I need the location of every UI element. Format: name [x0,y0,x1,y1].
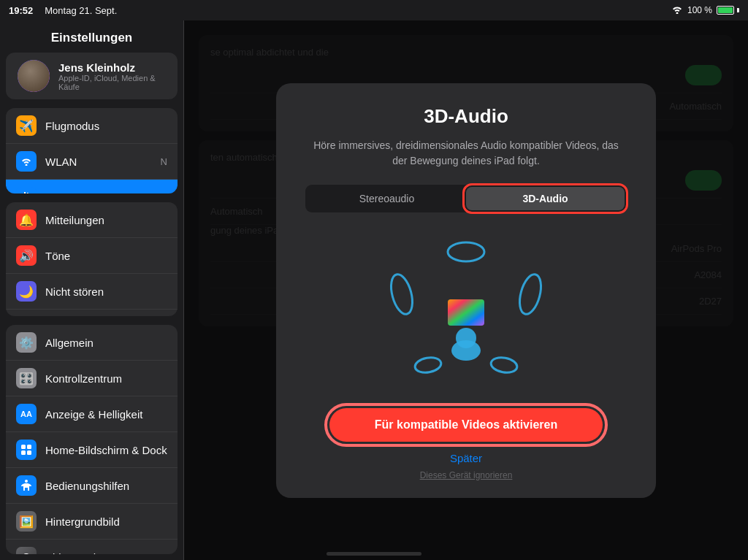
toene-icon: 🔊 [16,245,37,266]
allgemein-label: Allgemein [45,337,167,349]
status-left: 19:52 Montag 21. Sept. [9,5,117,16]
mitteilungen-label: Mitteilungen [45,214,167,226]
sidebar-item-allgemein[interactable]: ⚙️ Allgemein [6,325,178,361]
status-bar: 19:52 Montag 21. Sept. 100 % [0,0,748,20]
anzeige-label: Anzeige & Helligkeit [45,408,167,421]
modal-overlay: 3D-Audio Höre immersives, dreidimensiona… [184,20,748,560]
3d-audio-modal: 3D-Audio Höre immersives, dreidimensiona… [276,83,656,498]
nicht-stoeren-icon: 🌙 [16,281,37,302]
sidebar-item-home[interactable]: Home-Bildschirm & Dock [6,432,178,468]
svg-rect-1 [27,445,31,449]
flugmodus-icon: ✈️ [16,115,37,136]
avatar [18,60,50,92]
user-name: Jens Kleinholz [58,61,166,74]
battery-percent: 100 % [687,5,712,15]
bluetooth-icon [16,187,37,193]
wlan-value: N [161,156,167,167]
allgemein-icon: ⚙️ [16,332,37,353]
ignore-device-link[interactable]: Dieses Gerät ignorieren [420,470,513,480]
sidebar-item-wlan[interactable]: WLAN N [6,144,178,180]
3d-audio-option[interactable]: 3D-Audio [466,187,625,210]
audio-visualization [364,230,568,391]
status-date: Montag 21. Sept. [45,5,117,16]
status-right: 100 % [671,5,739,16]
hintergrundbild-icon: 🖼️ [16,511,37,532]
bedienungshilfen-label: Bedienungshilfen [45,480,167,492]
nicht-stoeren-label: Nicht stören [45,285,167,298]
bedienungshilfen-icon [16,475,37,496]
sidebar: Einstellungen Jens Kleinholz Apple-ID, i… [0,20,184,560]
sidebar-item-kontrollzentrum[interactable]: 🎛️ Kontrollzentrum [6,361,178,396]
sidebar-title: Einstellungen [0,20,183,53]
sidebar-item-toene[interactable]: 🔊 Töne [6,238,178,274]
wlan-icon [16,151,37,172]
mitteilungen-icon: 🔔 [16,210,37,230]
svg-point-5 [448,242,484,261]
home-label: Home-Bildschirm & Dock [45,444,167,456]
activate-button[interactable]: Für kompatible Videos aktivieren [329,408,603,442]
home-icon [16,440,37,460]
user-subtitle: Apple-ID, iCloud, Medien & Käufe [58,74,166,91]
svg-rect-2 [21,450,26,455]
battery-icon [717,6,739,15]
svg-point-12 [451,340,481,361]
later-link[interactable]: Später [450,452,482,464]
svg-point-9 [490,356,519,375]
sidebar-item-hintergrundbild[interactable]: 🖼️ Hintergrundbild [6,504,178,540]
audio-viz-svg [364,230,568,391]
sidebar-section-general: ⚙️ Allgemein 🎛️ Kontrollzentrum AA Anzei… [6,325,178,554]
bluetooth-label: Bluetooth [45,191,167,194]
stereoaudio-option[interactable]: Stereoaudio [308,187,466,210]
audio-mode-toggle[interactable]: Stereoaudio 3D-Audio [305,185,627,212]
sidebar-item-anzeige[interactable]: AA Anzeige & Helligkeit [6,396,178,432]
toene-label: Töne [45,250,167,262]
modal-title: 3D-Audio [424,105,508,128]
kontrollzentrum-label: Kontrollzentrum [45,372,167,385]
wifi-icon [671,5,683,16]
anzeige-icon: AA [16,404,37,424]
modal-description: Höre immersives, dreidimensionales Audio… [305,138,627,169]
svg-rect-10 [448,299,484,326]
user-profile[interactable]: Jens Kleinholz Apple-ID, iCloud, Medien … [6,53,178,99]
sidebar-item-bedienungshilfen[interactable]: Bedienungshilfen [6,468,178,504]
sidebar-item-flugmodus[interactable]: ✈️ Flugmodus [6,108,178,144]
user-info: Jens Kleinholz Apple-ID, iCloud, Medien … [58,61,166,91]
sidebar-item-nicht-stoeren[interactable]: 🌙 Nicht stören [6,274,178,310]
siri-label: Siri & Suchen [45,551,167,554]
svg-point-8 [414,356,443,375]
svg-point-4 [25,480,28,483]
svg-point-6 [387,272,416,316]
hintergrundbild-label: Hintergrundbild [45,515,167,528]
sidebar-item-siri[interactable]: S Siri & Suchen [6,540,178,554]
sidebar-item-bildschirmzeit[interactable]: ⌛ Bildschirmzeit [6,310,178,316]
flugmodus-label: Flugmodus [45,120,167,132]
svg-point-7 [516,272,545,316]
content-area: se optimal abdichtet und die Automatisch… [184,20,748,560]
wlan-label: WLAN [45,156,161,168]
siri-icon: S [16,547,37,554]
sidebar-section-connectivity: ✈️ Flugmodus WLAN N Bluetooth [6,108,178,193]
svg-rect-0 [21,445,26,449]
sidebar-item-bluetooth[interactable]: Bluetooth [6,180,178,193]
status-time: 19:52 [9,5,33,16]
sidebar-section-notifications: 🔔 Mitteilungen 🔊 Töne 🌙 Nicht stören ⌛ B… [6,202,178,316]
svg-rect-3 [27,450,31,455]
kontrollzentrum-icon: 🎛️ [16,368,37,388]
sidebar-item-mitteilungen[interactable]: 🔔 Mitteilungen [6,202,178,238]
main-layout: Einstellungen Jens Kleinholz Apple-ID, i… [0,20,748,560]
